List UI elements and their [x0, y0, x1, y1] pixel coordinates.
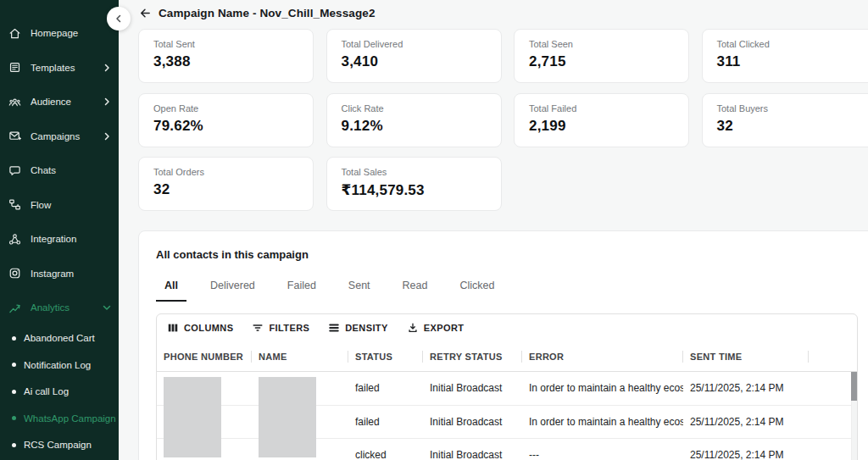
- redacted-name-block: [259, 377, 316, 457]
- stat-label: Total Seen: [529, 39, 674, 49]
- integration-icon: [8, 233, 21, 246]
- tab-sent[interactable]: Sent: [340, 278, 379, 302]
- stat-value: 2,715: [529, 53, 674, 70]
- sidebar-item-homepage[interactable]: Homepage: [0, 16, 119, 51]
- chevron-right-icon: [103, 97, 111, 106]
- flow-icon: [8, 198, 21, 211]
- sidebar-item-label: Audience: [31, 97, 71, 107]
- sidebar-item-instagram[interactable]: Instagram: [0, 257, 119, 291]
- error-cell: ---: [522, 449, 683, 460]
- stat-label: Total Orders: [153, 167, 298, 177]
- sent-time-cell: 25/11/2025, 2:14 PM: [683, 449, 809, 460]
- column-header-sent-time[interactable]: SENT TIME: [683, 352, 809, 362]
- stat-value: 79.62%: [153, 118, 298, 135]
- sidebar-subitem-abandoned-cart[interactable]: Abandoned Cart: [0, 325, 119, 352]
- retry-status-cell: Initial Broadcast: [423, 449, 522, 460]
- sent-time-cell: 25/11/2025, 2:14 PM: [683, 382, 809, 394]
- page-header: Campaign Name - Nov_Chill_Message2: [138, 7, 868, 19]
- stat-value: 2,199: [529, 118, 674, 135]
- sidebar-item-audience[interactable]: Audience: [0, 85, 119, 119]
- contacts-panel-title: All contacts in this campaign: [156, 248, 859, 261]
- retry-status-cell: Initial Broadcast: [423, 416, 522, 428]
- stat-card-total-sent: Total Sent 3,388: [138, 29, 314, 83]
- status-cell: clicked: [348, 449, 423, 460]
- export-button[interactable]: EXPORT: [407, 322, 465, 334]
- sidebar-item-campaigns[interactable]: Campaigns: [0, 119, 119, 154]
- sidebar-item-label: Integration: [31, 234, 76, 244]
- main-content: Campaign Name - Nov_Chill_Message2 Total…: [119, 0, 868, 460]
- stat-card-total-failed: Total Failed 2,199: [514, 93, 689, 147]
- sidebar-subitem-label: WhatsApp Campaign: [24, 413, 116, 424]
- stat-label: Open Rate: [153, 103, 298, 114]
- tab-read[interactable]: Read: [394, 278, 437, 302]
- stat-card-total-clicked: Total Clicked 311: [702, 29, 868, 83]
- stat-value: 9.12%: [342, 118, 487, 135]
- templates-icon: [8, 61, 21, 74]
- stat-card-click-rate: Click Rate 9.12%: [326, 93, 502, 147]
- audience-icon: [8, 96, 21, 108]
- columns-icon: [167, 322, 179, 334]
- sidebar-subitem-label: Ai call Log: [24, 386, 69, 396]
- stat-card-total-seen: Total Seen 2,715: [514, 29, 689, 83]
- density-button-label: DENSITY: [345, 323, 387, 333]
- export-icon: [407, 322, 419, 334]
- sidebar-collapse-button[interactable]: [107, 7, 131, 30]
- sidebar-item-label: Chats: [31, 165, 56, 175]
- export-button-label: EXPORT: [424, 323, 465, 333]
- tab-delivered[interactable]: Delivered: [202, 278, 264, 302]
- sidebar-item-label: Analytics: [31, 302, 70, 313]
- column-header-status[interactable]: STATUS: [348, 352, 423, 362]
- stat-label: Total Failed: [529, 103, 674, 114]
- sidebar-item-analytics[interactable]: Analytics: [0, 291, 119, 325]
- column-header-error[interactable]: ERROR: [522, 352, 683, 362]
- bullet-icon: [12, 390, 16, 394]
- sidebar: Homepage Templates Audience Campai: [0, 0, 119, 460]
- chevron-left-icon: [114, 14, 123, 23]
- sidebar-item-label: Homepage: [31, 28, 78, 38]
- tab-clicked[interactable]: Clicked: [451, 278, 503, 302]
- stat-label: Total Buyers: [717, 103, 862, 114]
- density-icon: [328, 322, 340, 334]
- stat-label: Total Sales: [342, 167, 487, 177]
- sidebar-item-label: Flow: [31, 200, 51, 210]
- sidebar-subitem-label: Notification Log: [24, 360, 91, 370]
- sidebar-subitem-ai-call-log[interactable]: Ai call Log: [0, 379, 119, 406]
- column-header-name[interactable]: NAME: [252, 352, 348, 362]
- column-header-phone-number[interactable]: PHONE NUMBER: [157, 352, 252, 362]
- table-scrollbar: [851, 372, 857, 460]
- sidebar-subitem-whatsapp-campaign[interactable]: WhatsApp Campaign: [0, 405, 119, 432]
- tab-failed[interactable]: Failed: [279, 278, 325, 302]
- error-cell: In order to maintain a healthy ecosyste.…: [522, 416, 683, 428]
- stat-card-open-rate: Open Rate 79.62%: [138, 93, 314, 147]
- stat-card-total-sales: Total Sales ₹114,579.53: [326, 157, 502, 211]
- sidebar-item-flow[interactable]: Flow: [0, 188, 119, 223]
- sidebar-subitem-label: RCS Campaign: [24, 440, 92, 450]
- redacted-phone-block: [164, 377, 221, 457]
- filters-icon: [252, 322, 264, 334]
- sent-time-cell: 25/11/2025, 2:14 PM: [683, 416, 809, 428]
- density-button[interactable]: DENSITY: [328, 322, 387, 334]
- stat-value: 3,388: [153, 53, 298, 70]
- filters-button[interactable]: FILTERS: [252, 322, 309, 334]
- sidebar-subitem-rcs-campaign[interactable]: RCS Campaign: [0, 432, 119, 459]
- back-arrow-icon[interactable]: [138, 7, 151, 19]
- stat-value: 3,410: [342, 53, 487, 70]
- column-header-retry-status[interactable]: RETRY STATUS: [423, 352, 522, 362]
- sidebar-subitem-notification-log[interactable]: Notification Log: [0, 352, 119, 379]
- tab-all[interactable]: All: [156, 278, 186, 302]
- stat-label: Total Clicked: [717, 39, 862, 49]
- status-cell: failed: [348, 416, 423, 428]
- campaigns-icon: [8, 130, 21, 142]
- filters-button-label: FILTERS: [269, 323, 309, 333]
- sidebar-item-templates[interactable]: Templates: [0, 51, 119, 86]
- contacts-table: COLUMNS FILTERS DENSITY EXPORT PHONE NUM…: [156, 313, 858, 460]
- chevron-down-icon: [103, 303, 111, 312]
- contacts-tabs: All Delivered Failed Sent Read Clicked: [156, 278, 859, 302]
- sidebar-item-chats[interactable]: Chats: [0, 153, 119, 188]
- columns-button[interactable]: COLUMNS: [167, 322, 233, 334]
- stat-value: 32: [153, 181, 298, 198]
- sidebar-item-label: Templates: [31, 63, 75, 73]
- sidebar-item-integration[interactable]: Integration: [0, 222, 119, 257]
- scrollbar-thumb[interactable]: [851, 372, 857, 401]
- stat-value: ₹114,579.53: [342, 181, 487, 199]
